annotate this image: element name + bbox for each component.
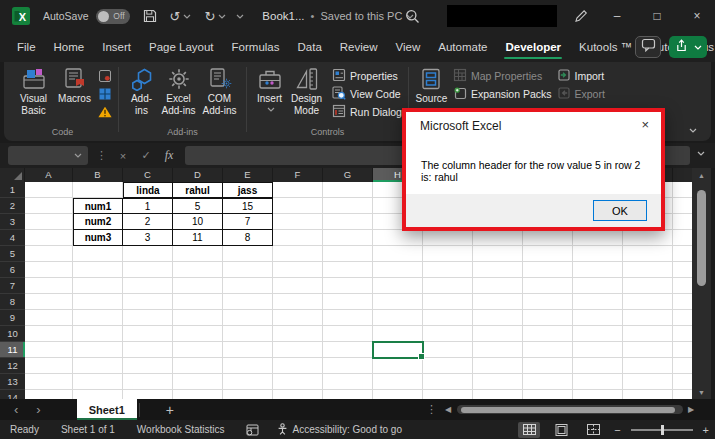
comments-button[interactable] xyxy=(635,36,661,58)
column-header-f[interactable]: F xyxy=(273,168,323,182)
zoom-slider[interactable] xyxy=(631,423,693,437)
autosave-toggle[interactable]: Off xyxy=(96,9,130,24)
row-header-11[interactable]: 11 xyxy=(0,342,25,358)
saved-status[interactable]: Saved to this PC xyxy=(320,10,402,22)
row-header-4[interactable]: 4 xyxy=(0,230,25,246)
row-header-8[interactable]: 8 xyxy=(0,294,25,310)
workbook-statistics[interactable]: Workbook Statistics xyxy=(137,424,225,435)
cell[interactable]: linda xyxy=(123,182,173,198)
redo-chevron-icon[interactable] xyxy=(218,14,226,19)
document-title[interactable]: Book1... xyxy=(262,10,304,22)
row-header-10[interactable]: 10 xyxy=(0,326,25,342)
hscroll-left-icon[interactable]: ◀ xyxy=(445,405,451,414)
use-relative-references-icon[interactable] xyxy=(98,87,112,100)
collapse-ribbon-chevron-icon[interactable] xyxy=(689,128,697,133)
maximize-button[interactable]: □ xyxy=(642,0,672,32)
tab-file[interactable]: File xyxy=(8,32,45,62)
cancel-formula-icon[interactable]: × xyxy=(116,150,130,162)
horizontal-scrollbar[interactable] xyxy=(457,405,683,414)
macro-recording-icon[interactable] xyxy=(246,424,259,436)
cell[interactable]: num2 xyxy=(73,214,123,230)
cell[interactable]: 15 xyxy=(223,198,273,214)
visual-basic-button[interactable]: Visual Basic xyxy=(13,63,54,116)
macro-security-icon[interactable] xyxy=(98,105,112,118)
tab-formulas[interactable]: Formulas xyxy=(223,32,289,62)
row-header-13[interactable]: 13 xyxy=(0,374,25,390)
page-layout-view-button[interactable] xyxy=(550,422,572,438)
import-button[interactable]: Import xyxy=(557,69,605,83)
hscroll-right-icon[interactable]: ▶ xyxy=(688,405,694,414)
tab-review[interactable]: Review xyxy=(331,32,387,62)
source-button[interactable]: Source xyxy=(415,63,448,105)
insert-control-button[interactable]: Insert xyxy=(253,63,286,112)
row-header-1[interactable]: 1 xyxy=(0,182,25,198)
new-sheet-button[interactable]: + xyxy=(166,402,174,418)
next-sheet-icon[interactable]: › xyxy=(36,403,40,416)
com-add-ins-button[interactable]: COM Add-ins xyxy=(199,63,240,116)
cell[interactable]: num1 xyxy=(73,198,123,214)
column-header-a[interactable]: A xyxy=(25,168,73,182)
normal-view-button[interactable] xyxy=(518,422,540,438)
insert-function-icon[interactable]: fx xyxy=(162,148,176,163)
minimize-button[interactable]: – xyxy=(602,0,632,32)
tab-kutools[interactable]: Kutools ™ xyxy=(570,32,641,62)
column-header-g[interactable]: G xyxy=(323,168,373,182)
tab-data[interactable]: Data xyxy=(289,32,331,62)
redo-button[interactable]: ↻ xyxy=(204,10,226,23)
save-icon[interactable] xyxy=(143,9,157,23)
cell[interactable]: 3 xyxy=(123,230,173,246)
column-header-d[interactable]: D xyxy=(173,168,223,182)
cell[interactable]: 1 xyxy=(123,198,173,214)
zoom-out-button[interactable]: − xyxy=(614,424,620,436)
add-ins-button[interactable]: Add-ins xyxy=(125,63,158,116)
row-header-7[interactable]: 7 xyxy=(0,278,25,294)
select-all-corner[interactable] xyxy=(0,168,25,182)
column-header-b[interactable]: B xyxy=(73,168,123,182)
row-header-3[interactable]: 3 xyxy=(0,214,25,230)
undo-button[interactable]: ↺ xyxy=(170,10,192,23)
expansion-packs-button[interactable]: Expansion Packs xyxy=(453,87,552,101)
zoom-in-button[interactable]: + xyxy=(703,424,709,436)
ok-button[interactable]: OK xyxy=(593,200,647,221)
cell[interactable]: 10 xyxy=(173,214,223,230)
accessibility-status[interactable]: Accessibility: Good to go xyxy=(277,423,402,437)
share-button[interactable] xyxy=(669,36,707,58)
vscroll-up-icon[interactable]: ▲ xyxy=(692,172,711,179)
column-header-c[interactable]: C xyxy=(123,168,173,182)
pencil-icon[interactable] xyxy=(574,9,588,27)
cell[interactable]: 5 xyxy=(173,198,223,214)
enter-formula-icon[interactable]: ✓ xyxy=(139,149,153,162)
cell[interactable]: jass xyxy=(223,182,273,198)
design-mode-button[interactable]: Design Mode xyxy=(286,63,327,116)
close-button[interactable]: × xyxy=(682,0,712,32)
cell[interactable]: 7 xyxy=(223,214,273,230)
sheet-tab-sheet1[interactable]: Sheet1 xyxy=(77,399,137,420)
quick-access-chevron-icon[interactable] xyxy=(236,14,244,19)
view-code-button[interactable]: View Code xyxy=(332,87,402,101)
search-icon[interactable] xyxy=(405,9,420,28)
row-header-2[interactable]: 2 xyxy=(0,198,25,214)
status-sheet-count[interactable]: Sheet 1 of 1 xyxy=(61,424,115,435)
dialog-close-icon[interactable]: × xyxy=(641,117,649,132)
tab-developer[interactable]: Developer xyxy=(496,32,570,62)
excel-add-ins-button[interactable]: Excel Add-ins xyxy=(158,63,199,116)
cell[interactable]: 8 xyxy=(223,230,273,246)
horizontal-scrollbar-thumb[interactable] xyxy=(461,407,675,413)
selected-cell-h11[interactable] xyxy=(372,341,424,359)
run-dialog-button[interactable]: Run Dialog xyxy=(332,105,402,119)
tab-home[interactable]: Home xyxy=(45,32,94,62)
name-box-chevron-icon[interactable] xyxy=(74,153,82,158)
zoom-slider-thumb[interactable] xyxy=(661,425,665,435)
tab-view[interactable]: View xyxy=(387,32,430,62)
vertical-scrollbar[interactable]: ▲▼ xyxy=(692,168,711,399)
excel-app-icon[interactable]: X xyxy=(12,7,30,25)
formula-bar-handle-icon[interactable]: ⋮ xyxy=(96,149,107,162)
name-box[interactable] xyxy=(8,146,88,165)
cell[interactable]: 11 xyxy=(173,230,223,246)
vertical-scrollbar-thumb[interactable] xyxy=(697,190,706,286)
row-header-9[interactable]: 9 xyxy=(0,310,25,326)
row-header-6[interactable]: 6 xyxy=(0,262,25,278)
formula-bar-expand-chevron-icon[interactable] xyxy=(697,151,705,156)
tab-automate[interactable]: Automate xyxy=(429,32,496,62)
cell[interactable]: num3 xyxy=(73,230,123,246)
